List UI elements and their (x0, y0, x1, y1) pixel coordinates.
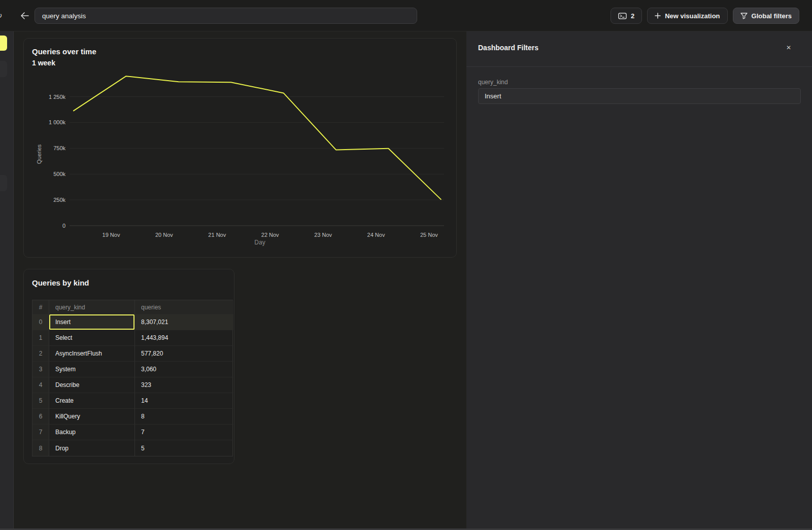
row-index-cell: 3 (32, 362, 49, 377)
query-kind-cell[interactable]: Describe (49, 377, 135, 393)
x-axis-title: Day (254, 239, 265, 246)
queries-cell[interactable]: 8 (135, 409, 233, 425)
table-row: 1Select1,443,894 (32, 330, 232, 346)
filter-field-label: query_kind (478, 79, 508, 86)
row-index-cell: 8 (32, 440, 49, 456)
query-kind-cell[interactable]: AsyncInsertFlush (49, 346, 135, 362)
x-tick-label: 19 Nov (103, 232, 120, 238)
filters-panel: Dashboard Filters ✕ query_kind (466, 31, 812, 530)
queries-cell[interactable]: 14 (135, 393, 233, 409)
header-query-kind: query_kind (49, 300, 135, 314)
new-visualization-label: New visualization (665, 12, 720, 20)
query-kind-cell[interactable]: Create (49, 393, 135, 409)
close-icon[interactable]: ✕ (784, 43, 794, 53)
queries-cell[interactable]: 7 (135, 425, 233, 440)
query-kind-cell[interactable]: Backup (49, 425, 135, 440)
y-tick-label: 1 250k (49, 94, 66, 100)
sidebar-item-2[interactable] (0, 61, 7, 77)
x-tick-label: 22 Nov (261, 232, 279, 238)
table-header-row: # query_kind queries (32, 300, 232, 314)
queries-by-kind-table: # query_kind queries 0Insert8,307,0211Se… (32, 300, 233, 456)
table-row: 0Insert8,307,021 (32, 314, 232, 330)
query-kind-cell[interactable]: KillQuery (49, 409, 135, 425)
console-icon (618, 13, 627, 19)
back-arrow-icon (20, 12, 29, 19)
table-row: 4Describe323 (32, 377, 232, 393)
refresh-icon[interactable]: ↻ (0, 11, 5, 21)
x-tick-label: 24 Nov (367, 232, 385, 238)
query-kind-cell[interactable]: Drop (49, 440, 135, 456)
row-index-cell: 4 (32, 377, 49, 393)
table-body: 0Insert8,307,0211Select1,443,8942AsyncIn… (32, 314, 232, 456)
header-index: # (32, 300, 49, 314)
queries-cell[interactable]: 323 (135, 377, 233, 393)
y-tick-label: 0 (62, 223, 65, 229)
sidebar-item-active-dashboard[interactable] (0, 36, 7, 51)
x-tick-label: 21 Nov (208, 232, 226, 238)
table-row: 5Create14 (32, 393, 232, 409)
global-filters-label: Global filters (752, 12, 792, 20)
new-visualization-button[interactable]: New visualization (647, 8, 727, 24)
queries-cell[interactable]: 1,443,894 (135, 330, 233, 346)
filters-panel-header: Dashboard Filters ✕ (466, 31, 812, 67)
query-kind-cell[interactable]: Insert (49, 314, 135, 330)
y-tick-label: 500k (53, 171, 65, 177)
filter-query-kind-input[interactable] (478, 88, 801, 104)
y-tick-label: 750k (53, 145, 65, 151)
query-kind-cell[interactable]: Select (49, 330, 135, 346)
queries-cell[interactable]: 8,307,021 (135, 314, 233, 330)
row-index-cell: 2 (32, 346, 49, 362)
x-tick-label: 23 Nov (314, 232, 332, 238)
queries-cell[interactable]: 5 (135, 440, 233, 456)
table-row: 2AsyncInsertFlush577,820 (32, 346, 232, 362)
row-index-cell: 7 (32, 425, 49, 440)
table-row: 7Backup7 (32, 425, 232, 440)
left-sidebar (0, 31, 14, 530)
row-index-cell: 0 (32, 314, 49, 330)
table-row: 3System3,060 (32, 362, 232, 377)
x-tick-label: 25 Nov (420, 232, 438, 238)
filters-panel-title: Dashboard Filters (478, 44, 538, 52)
dashboard-app: ↻ 2 New visualization (0, 0, 812, 530)
topbar-buttons: 2 New visualization Global filters (611, 8, 799, 24)
queries-line-chart: 0250k500k750k1 000k1 250k19 Nov20 Nov21 … (24, 39, 456, 257)
header-queries: queries (135, 300, 233, 314)
x-tick-label: 20 Nov (155, 232, 173, 238)
sidebar-item-3[interactable] (0, 175, 7, 191)
console-count: 2 (631, 12, 634, 20)
dashboard-title-input[interactable] (35, 8, 417, 24)
row-index-cell: 6 (32, 409, 49, 425)
back-button[interactable] (19, 10, 30, 21)
plus-icon (655, 13, 661, 19)
queries-cell[interactable]: 3,060 (135, 362, 233, 377)
y-tick-label: 250k (53, 197, 65, 203)
query-kind-cell[interactable]: System (49, 362, 135, 377)
y-axis-title: Queries (36, 144, 42, 164)
funnel-icon (740, 13, 748, 19)
queries-by-kind-card: Queries by kind # query_kind queries 0In… (23, 269, 234, 464)
row-index-cell: 5 (32, 393, 49, 409)
queries-over-time-card: Queries over time 1 week 0250k500k750k1 … (23, 38, 457, 258)
global-filters-button[interactable]: Global filters (733, 8, 799, 24)
y-tick-label: 1 000k (49, 119, 66, 125)
top-bar: ↻ 2 New visualization (0, 0, 812, 31)
chart-line-queries (74, 76, 441, 199)
queries-cell[interactable]: 577,820 (135, 346, 233, 362)
table-row: 6KillQuery8 (32, 409, 232, 425)
console-count-button[interactable]: 2 (611, 8, 642, 24)
row-index-cell: 1 (32, 330, 49, 346)
table-row: 8Drop5 (32, 440, 232, 456)
table-title: Queries by kind (32, 278, 89, 287)
